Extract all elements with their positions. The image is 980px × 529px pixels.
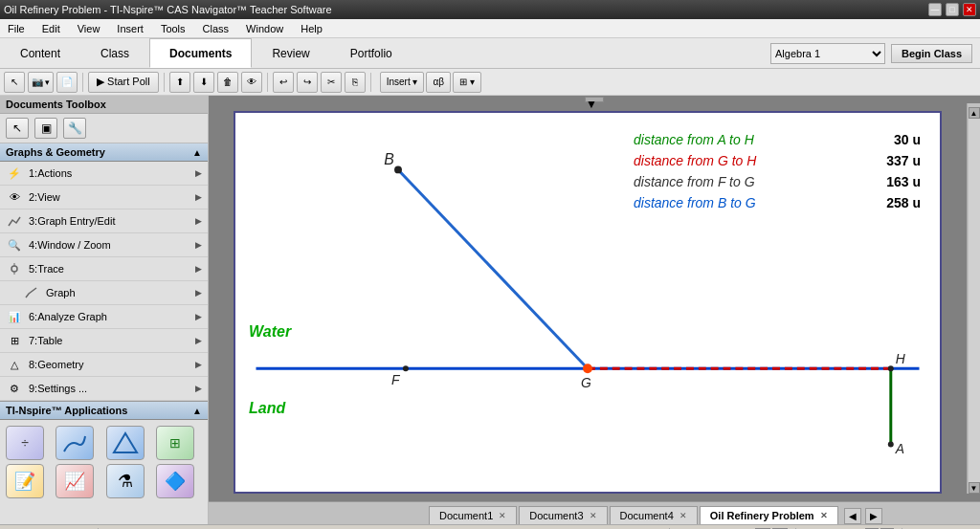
table-arrow: ▶ bbox=[195, 336, 202, 345]
toolbar-doc-btn[interactable]: 📄 bbox=[56, 72, 78, 93]
menu-tools[interactable]: Tools bbox=[157, 21, 189, 36]
ti-apps-collapse[interactable]: ▲ bbox=[192, 406, 202, 416]
app-geometry[interactable] bbox=[106, 426, 145, 460]
toolbar-preview-btn[interactable]: 👁 bbox=[241, 72, 262, 93]
tab-documents[interactable]: Documents bbox=[149, 38, 252, 68]
ti-apps-label: TI-Nspire™ Applications bbox=[6, 405, 127, 416]
toolbar-delete-btn[interactable]: 🗑 bbox=[217, 72, 238, 93]
svg-point-0 bbox=[11, 266, 17, 272]
trace-label: 5:Trace bbox=[29, 263, 64, 275]
sidebar-item-table[interactable]: ⊞ 7:Table ▶ bbox=[0, 329, 208, 353]
svg-text:G: G bbox=[581, 375, 591, 390]
menu-file[interactable]: File bbox=[4, 21, 29, 36]
toolbar-undo-btn[interactable]: ↩ bbox=[273, 72, 294, 93]
menu-class[interactable]: Class bbox=[199, 21, 234, 36]
tab-review[interactable]: Review bbox=[252, 38, 329, 68]
analyze-graph-label: 6:Analyze Graph bbox=[29, 311, 107, 322]
toolbar-sep4 bbox=[370, 73, 371, 92]
land-label: Land bbox=[249, 400, 285, 417]
doc-tabs-next[interactable]: ▶ bbox=[865, 508, 882, 524]
insert-button[interactable]: Insert ▾ bbox=[380, 72, 425, 93]
sidebar: Documents Toolbox ↖ ▣ 🔧 Graphs & Geometr… bbox=[0, 96, 209, 524]
settings-icon: ⚙ bbox=[6, 381, 23, 396]
menu-view[interactable]: View bbox=[74, 21, 104, 36]
app-unknown[interactable]: 🔷 bbox=[156, 464, 194, 498]
tab-class[interactable]: Class bbox=[80, 38, 149, 68]
graph-entry-label: 3:Graph Entry/Edit bbox=[29, 215, 116, 227]
close-button[interactable]: ✕ bbox=[963, 3, 976, 16]
sidebar-item-graph-entry[interactable]: 3:Graph Entry/Edit ▶ bbox=[0, 209, 208, 233]
toolbar-camera-btn[interactable]: 📷▾ bbox=[28, 72, 54, 93]
doc-tab-oil-refinery[interactable]: Oil Refinery Problem ✕ bbox=[700, 506, 838, 524]
toolbox-icon-page[interactable]: ▣ bbox=[34, 118, 57, 139]
table-icon: ⊞ bbox=[6, 333, 23, 348]
menu-help[interactable]: Help bbox=[297, 21, 326, 36]
menu-window[interactable]: Window bbox=[242, 21, 287, 36]
toolbar-startpoll-btn[interactable]: ▶ Start Poll bbox=[88, 72, 159, 93]
scrollbar-right[interactable]: ▲ ▼ bbox=[967, 103, 980, 494]
app-spreadsheet[interactable]: ⊞ bbox=[156, 426, 194, 460]
toolbox-icon-settings[interactable]: 🔧 bbox=[63, 118, 86, 139]
doc-content: B F G H bbox=[234, 111, 942, 494]
toolbar-redo-btn[interactable]: ↪ bbox=[297, 72, 318, 93]
sidebar-item-geometry[interactable]: △ 8:Geometry ▶ bbox=[0, 353, 208, 377]
maximize-button[interactable]: □ bbox=[946, 3, 959, 16]
scroll-up-btn[interactable]: ▲ bbox=[969, 107, 980, 119]
title-text: Oil Refinery Problem - TI-Nspire™ CAS Na… bbox=[4, 4, 332, 15]
class-selector[interactable]: Algebra 1 bbox=[770, 43, 885, 64]
scroll-bottom bbox=[209, 494, 980, 501]
window-zoom-label: 4:Window / Zoom bbox=[29, 239, 111, 251]
doc-scroll-area[interactable]: B F G H bbox=[209, 103, 967, 494]
toolbox-icon-cursor[interactable]: ↖ bbox=[6, 118, 29, 139]
toolbar-copy-btn[interactable]: ⎘ bbox=[345, 72, 366, 93]
minimize-button[interactable]: — bbox=[928, 3, 942, 16]
menu-bar: FileEditViewInsertToolsClassWindowHelp bbox=[0, 19, 980, 38]
insert-grid-btn[interactable]: ⊞ ▾ bbox=[453, 72, 481, 93]
sidebar-item-trace[interactable]: 5:Trace ▶ bbox=[0, 257, 208, 281]
sidebar-item-graph[interactable]: Graph ▶ bbox=[0, 281, 208, 305]
title-bar: Oil Refinery Problem - TI-Nspire™ CAS Na… bbox=[0, 0, 980, 19]
app-chemistry[interactable]: ⚗ bbox=[106, 464, 145, 498]
begin-class-button[interactable]: Begin Class bbox=[891, 44, 972, 63]
sidebar-item-actions[interactable]: ⚡ 1:Actions ▶ bbox=[0, 162, 208, 186]
app-notes[interactable]: 📝 bbox=[6, 464, 44, 498]
graphs-geometry-label: Graphs & Geometry bbox=[6, 146, 105, 158]
view-arrow: ▶ bbox=[195, 192, 202, 202]
app-vernier[interactable]: 📈 bbox=[56, 464, 94, 498]
dist-value-fg: 163 u bbox=[863, 174, 921, 189]
doc-tabs-prev[interactable]: ◀ bbox=[844, 508, 861, 524]
doc-tab-close-oil-refinery[interactable]: ✕ bbox=[820, 511, 828, 520]
dist-row-gh: distance from G to H 337 u bbox=[634, 153, 921, 168]
app-graphs[interactable] bbox=[56, 426, 94, 460]
toolbar-send-btn[interactable]: ⬆ bbox=[169, 72, 190, 93]
app-calculator[interactable]: ÷ bbox=[6, 426, 44, 460]
doc-tab-close-document4[interactable]: ✕ bbox=[679, 511, 687, 520]
toolbar-collect-btn[interactable]: ⬇ bbox=[193, 72, 214, 93]
graph-entry-arrow: ▶ bbox=[195, 216, 202, 226]
tab-portfolio[interactable]: Portfolio bbox=[330, 38, 412, 68]
sidebar-item-settings[interactable]: ⚙ 9:Settings ... ▶ bbox=[0, 377, 208, 401]
toolbar-cut-btn[interactable]: ✂ bbox=[321, 72, 342, 93]
doc-tab-close-document1[interactable]: ✕ bbox=[499, 511, 506, 520]
dist-label-gh: distance from G to H bbox=[634, 153, 844, 168]
sidebar-item-window-zoom[interactable]: 🔍 4:Window / Zoom ▶ bbox=[0, 233, 208, 257]
doc-tab-close-document3[interactable]: ✕ bbox=[590, 511, 597, 520]
menu-edit[interactable]: Edit bbox=[38, 21, 64, 36]
nav-tabs: Content Class Documents Review Portfolio… bbox=[0, 38, 980, 69]
insert-extra-btn[interactable]: αβ bbox=[426, 72, 451, 93]
doc-tab-document1[interactable]: Document1 ✕ bbox=[429, 506, 517, 524]
scroll-down-btn[interactable]: ▼ bbox=[969, 482, 980, 494]
doc-tab-label-oil-refinery: Oil Refinery Problem bbox=[710, 510, 814, 521]
doc-tab-document4[interactable]: Document4 ✕ bbox=[610, 506, 698, 524]
tab-content[interactable]: Content bbox=[0, 38, 80, 68]
toolbar-cursor-btn[interactable]: ↖ bbox=[4, 72, 25, 93]
menu-insert[interactable]: Insert bbox=[113, 21, 147, 36]
sidebar-item-analyze-graph[interactable]: 📊 6:Analyze Graph ▶ bbox=[0, 305, 208, 329]
scroll-tab-top[interactable]: ▼ bbox=[585, 97, 604, 102]
dist-label-fg: distance from F to G bbox=[634, 174, 844, 189]
sidebar-item-view[interactable]: 👁 2:View ▶ bbox=[0, 186, 208, 209]
graphs-geometry-collapse[interactable]: ▲ bbox=[192, 147, 202, 158]
doc-tab-document3[interactable]: Document3 ✕ bbox=[519, 506, 607, 524]
geometry-label: 8:Geometry bbox=[29, 359, 83, 370]
graph-label: Graph bbox=[46, 287, 76, 298]
